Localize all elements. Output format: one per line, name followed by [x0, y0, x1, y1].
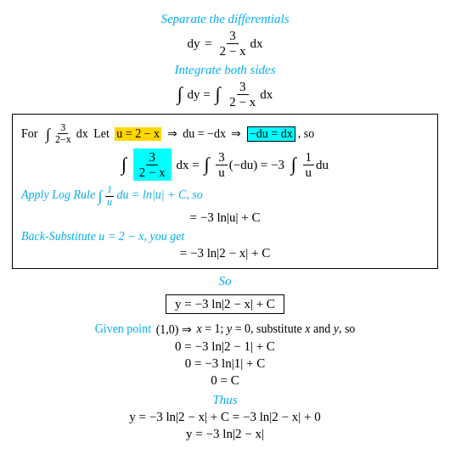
eq-back-sub: = −3 ln|2 − x| + C — [21, 246, 429, 260]
step1-equation: dy = 3 2 − x dx — [8, 29, 442, 58]
step2-equation: ∫ dy = ∫ 3 2 − x dx — [8, 80, 442, 109]
back-sub-label: Back-Substitute u = 2 − x, you get — [21, 230, 429, 244]
eq-final: y = −3 ln|2 − x| — [8, 427, 442, 441]
so-label: So — [8, 274, 442, 288]
log-rule-label: Apply Log Rule ∫ 1 u du = ln|u| + C, so — [21, 184, 429, 207]
step2-label: Integrate both sides — [8, 63, 442, 77]
substitution-box: For ∫ 3 2−x dx Let u = 2 − x ⇒ du = −dx … — [12, 114, 438, 269]
box-equation-1: ∫ 3 2 − x dx = ∫ 3 u (−du) = −3 ∫ 1 u du — [21, 148, 429, 181]
thus-label: Thus — [8, 393, 442, 407]
eq-sub3: 0 = C — [8, 373, 442, 388]
eq-thus: y = −3 ln|2 − x| + C = −3 ln|2 − x| + 0 — [8, 410, 442, 424]
given-label: Given point (1,0) ⇒ x = 1; y = 0, substi… — [8, 322, 442, 337]
step1-label: Separate the differentials — [8, 12, 442, 26]
result-equation: y = −3 ln|2 − x| + C — [8, 291, 442, 317]
eq-after-log: = −3 ln|u| + C — [21, 210, 429, 225]
eq-sub2: 0 = −3 ln|1| + C — [8, 356, 442, 371]
eq-sub1: 0 = −3 ln|2 − 1| + C — [8, 339, 442, 354]
